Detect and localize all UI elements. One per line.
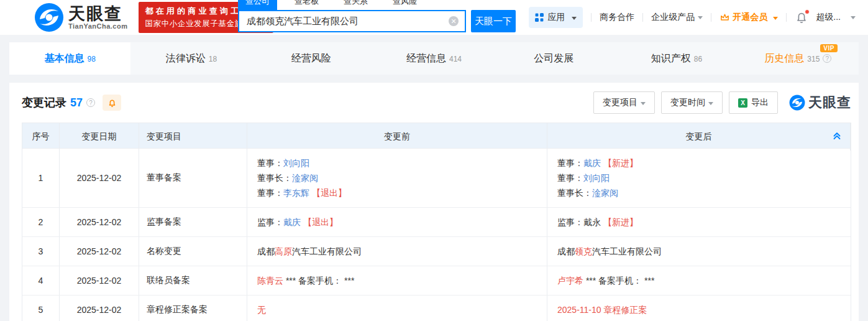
cell-text: 卢宇希: [557, 276, 583, 286]
top-header: 天眼查 TianYanCha.com 都在用的商业查询工具 国家中小企业发展子基…: [0, 0, 868, 35]
search-tabs: 查公司 查老板 查关系 查风险: [238, 0, 516, 10]
person-link[interactable]: 刘向阳: [583, 173, 610, 183]
tab-legal-proceedings[interactable]: 法律诉讼18: [130, 42, 252, 75]
cell-change-item: 章程修正案备案: [139, 295, 247, 321]
clear-search-icon[interactable]: ✕: [449, 16, 459, 26]
filter-change-time-button[interactable]: 变更时间: [661, 91, 723, 114]
tab-business-info[interactable]: 经营信息414: [373, 42, 495, 75]
cell-text: 董事：: [557, 173, 583, 183]
tab-operating-risk[interactable]: 经营风险: [252, 42, 373, 75]
cell-text: 成都: [557, 246, 575, 256]
cell-line: 无: [257, 302, 266, 317]
bell-icon: [107, 98, 117, 108]
cell-text: 【退出】: [301, 217, 338, 227]
search-tab-risk[interactable]: 查风险: [385, 0, 424, 10]
nav-business-cooperation[interactable]: 商务合作: [600, 12, 634, 23]
cell-text: 2025-11-10 章程修正案: [557, 305, 647, 315]
cell-change-date: 2025-12-02: [60, 237, 139, 266]
cell-change-item: 董事备案: [139, 149, 247, 207]
cell-line: 2025-11-10 章程修正案: [557, 302, 647, 317]
person-link[interactable]: 戴庆: [283, 217, 301, 227]
cell-text: *** 备案手机： ***: [283, 276, 354, 286]
tianyancha-logo[interactable]: 天眼查 TianYanCha.com: [34, 2, 127, 32]
person-link[interactable]: 淦家阅: [292, 173, 318, 183]
search-area: 查公司 查老板 查关系 查风险 ✕ 天眼一下: [238, 0, 516, 32]
divider: [642, 13, 643, 22]
table-row: 42025-12-02联络员备案陈青云 *** 备案手机： ***卢宇希 ***…: [22, 266, 851, 295]
help-icon: ?: [823, 54, 831, 63]
chevron-down-icon: [851, 16, 856, 22]
cell-seq: 5: [22, 295, 60, 321]
search-input[interactable]: [239, 16, 449, 27]
cell-seq: 4: [22, 266, 60, 295]
apps-menu[interactable]: 应用: [529, 7, 583, 28]
cell-line: 卢宇希 *** 备案手机： ***: [557, 273, 654, 288]
search-tab-boss[interactable]: 查老板: [287, 0, 326, 10]
cell-text: 汽车工业有限公司: [292, 246, 362, 256]
section-tabbar: 基本信息98 法律诉讼18 经营风险 经营信息414 公司发展 知识产权86 V…: [9, 42, 859, 75]
collapse-icon[interactable]: [832, 131, 842, 141]
chevron-down-icon: [708, 102, 713, 108]
search-tab-relation[interactable]: 查关系: [336, 0, 375, 10]
cell-after: 卢宇希 *** 备案手机： ***: [547, 266, 851, 295]
person-link[interactable]: 李东辉: [283, 188, 309, 198]
change-records-card: 变更记录 57 ? 变更项目 变更时间 X 导出: [9, 83, 859, 321]
table-header-row: 序号 变更日期 变更项目 变更前 变更后: [22, 123, 851, 148]
search-tab-company[interactable]: 查公司: [238, 0, 277, 10]
cell-line: 董事：刘向阳: [557, 170, 610, 185]
cell-after: 监事：戴永 【新进】: [547, 208, 851, 236]
cell-text: 董事：: [257, 188, 283, 198]
header-change-date: 变更日期: [60, 123, 139, 151]
cell-after: 成都领克汽车工业有限公司: [547, 237, 851, 266]
cell-change-date: 2025-12-02: [60, 295, 139, 321]
header-after: 变更后: [547, 123, 851, 151]
nav-enterprise-products[interactable]: 企业级产品: [651, 12, 703, 23]
cell-before: 无: [247, 295, 547, 321]
cell-line: 陈青云 *** 备案手机： ***: [257, 273, 354, 288]
tab-company-development[interactable]: 公司发展: [495, 42, 616, 75]
person-link[interactable]: 戴庆: [583, 158, 601, 168]
logo-subtitle: TianYanCha.com: [68, 22, 127, 30]
cell-text: 【新进】: [601, 158, 638, 168]
notification-bell[interactable]: [795, 11, 808, 24]
tianyancha-watermark: 天眼查: [789, 93, 851, 112]
table-row: 52025-12-02章程修正案备案无2025-11-10 章程修正案: [22, 295, 851, 321]
nav-super-vip[interactable]: 超级...: [816, 12, 856, 23]
open-vip-button[interactable]: 开通会员: [720, 12, 778, 23]
chevron-down-icon: [641, 102, 646, 108]
tab-intellectual-property[interactable]: 知识产权86: [616, 42, 737, 75]
excel-icon: X: [738, 98, 747, 108]
table-toolbar: 变更项目 变更时间 X 导出 天眼查: [593, 91, 851, 114]
cell-line: 董事长：淦家阅: [257, 170, 318, 185]
tab-history-info[interactable]: VIP 历史信息315 ?: [738, 42, 859, 75]
cell-text: 监事：: [257, 217, 283, 227]
crown-icon: [720, 12, 730, 23]
cell-change-item: 联络员备案: [139, 266, 247, 295]
cell-change-date: 2025-12-02: [60, 266, 139, 295]
cell-text: 董事：: [257, 158, 283, 168]
chevron-down-icon: [698, 16, 703, 22]
cell-text: 董事长：: [257, 173, 292, 183]
tab-basic-info[interactable]: 基本信息98: [9, 42, 130, 75]
section-header: 变更记录 57 ? 变更项目 变更时间 X 导出: [9, 83, 859, 123]
cell-text: *** 备案手机： ***: [583, 276, 654, 286]
header-seq: 序号: [22, 123, 60, 151]
export-button[interactable]: X 导出: [729, 91, 778, 114]
tianyancha-logo-icon: [789, 95, 805, 111]
cell-text: 高原: [275, 246, 292, 256]
chevron-down-icon: [572, 17, 577, 22]
person-link[interactable]: 刘向阳: [283, 158, 309, 168]
search-button[interactable]: 天眼一下: [471, 10, 516, 32]
cell-text: 【退出】: [309, 188, 347, 198]
person-link[interactable]: 淦家阅: [592, 188, 618, 198]
cell-text: 陈青云: [257, 276, 283, 286]
divider: [711, 13, 711, 22]
cell-change-date: 2025-12-02: [60, 208, 139, 236]
cell-text: 汽车工业有限公司: [592, 246, 662, 256]
help-icon: ?: [86, 98, 95, 107]
top-nav: 应用 商务合作 企业级产品 开通会员 超级...: [529, 7, 856, 28]
cell-before: 成都高原汽车工业有限公司: [247, 237, 547, 266]
filter-change-item-button[interactable]: 变更项目: [593, 91, 655, 114]
monitor-bell-button[interactable]: [103, 95, 121, 111]
change-records-table: 序号 变更日期 变更项目 变更前 变更后 12025-12-02董事备案董事：刘…: [22, 123, 851, 321]
